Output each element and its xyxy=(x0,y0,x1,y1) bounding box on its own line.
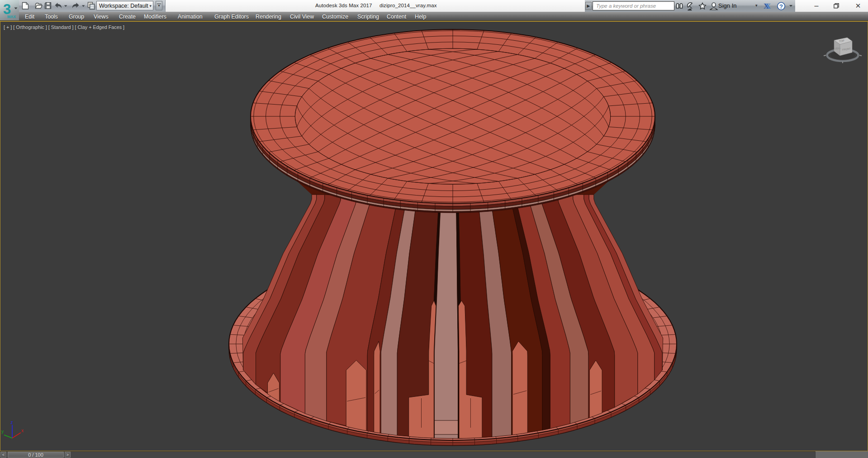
svg-text:z: z xyxy=(11,420,13,425)
svg-text:LEFT: LEFT xyxy=(835,47,841,50)
svg-text:x: x xyxy=(21,428,24,433)
svg-text:y: y xyxy=(1,429,4,434)
svg-text:X: X xyxy=(765,2,771,10)
svg-text:?: ? xyxy=(779,3,783,10)
svg-text:MAX: MAX xyxy=(7,14,16,19)
